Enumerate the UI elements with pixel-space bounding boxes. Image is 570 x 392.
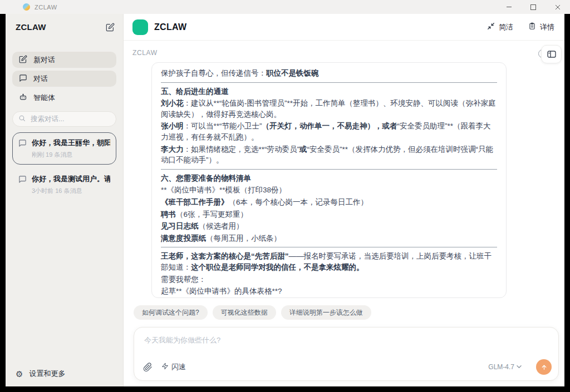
sender-label: ZCLAW xyxy=(132,49,158,57)
compose-icon xyxy=(19,55,27,65)
message-paragraph: 六、您需要准备的物料清单 xyxy=(161,173,497,184)
model-label: GLM-4.7 xyxy=(488,363,514,371)
chat-bubble-icon xyxy=(19,74,27,84)
minimize-button[interactable] xyxy=(497,0,521,14)
conversation-meta: 3小时前 16 条消息 xyxy=(32,187,110,195)
maximize-button[interactable] xyxy=(521,0,546,14)
message-input[interactable] xyxy=(143,334,549,356)
message-paragraph: 满意度投票纸（每周五用，小纸条） xyxy=(161,233,497,244)
conversation-meta: 刚刚 19 条消息 xyxy=(32,151,110,159)
divider xyxy=(161,247,497,247)
new-chat-icon-button[interactable] xyxy=(106,23,115,32)
app-window: ZCLAW 新对话 对话 智能体 xyxy=(6,14,564,386)
chat-area: ZCLAW 保护孩子自尊心，但传递信号：职位不是铁饭碗五、给后进生的通道刘小花：… xyxy=(124,40,564,386)
sidebar-item-label: 新对话 xyxy=(33,55,55,65)
os-titlebar: ZCLAW xyxy=(0,0,570,14)
assistant-message: 保护孩子自尊心，但传递信号：职位不是铁饭碗五、给后进生的通道刘小花：建议从**“… xyxy=(151,62,507,298)
message-body: 保护孩子自尊心，但传递信号：职位不是铁饭碗五、给后进生的通道刘小花：建议从**“… xyxy=(161,68,497,298)
message-paragraph: 起草**《岗位申请书》的具体表格**? xyxy=(161,286,497,297)
settings-label: 设置和更多 xyxy=(29,369,65,379)
message-paragraph: 张小明：可以当**“节能小卫士”（开关灯，动作单一，不易走神），或者“安全委员助… xyxy=(161,121,497,142)
sidebar-item-agents[interactable]: 智能体 xyxy=(12,90,116,106)
clipboard-icon xyxy=(528,22,536,32)
sidebar-item-chats[interactable]: 对话 xyxy=(12,71,116,87)
lightning-icon xyxy=(161,363,169,371)
main-panel: ZCLAW 简洁 详情 ZCLAW xyxy=(124,14,564,386)
attach-file-button[interactable] xyxy=(143,363,153,372)
chevron-down-icon xyxy=(517,363,522,371)
robot-icon xyxy=(19,93,27,103)
message-paragraph: 李大力：如果情绪稳定，竞选**“劳动委员”或“安全委员”**（发挥体力优势，但必… xyxy=(161,144,497,166)
sidebar-item-label: 对话 xyxy=(33,74,48,84)
collapse-icon xyxy=(487,22,495,32)
compact-mode-button[interactable]: 简洁 xyxy=(487,22,513,32)
suggestion-chip[interactable]: 详细说明第一步该怎么做 xyxy=(281,305,371,320)
settings-and-more-button[interactable]: ⚙ 设置和更多 xyxy=(6,361,123,386)
conversation-item[interactable]: 你好，我是王丽华，朝阳区... 刚刚 19 条消息 xyxy=(12,132,116,165)
suggestion-chip[interactable]: 如何调试这个问题? xyxy=(134,305,208,320)
suggestion-chip[interactable]: 可视化这些数据 xyxy=(213,305,276,320)
divider xyxy=(161,82,497,83)
sidebar-item-label: 智能体 xyxy=(33,93,55,103)
message-paragraph: **《岗位申请书》**模板（打印38份） xyxy=(161,185,497,196)
message-paragraph: 需要我帮您： xyxy=(161,274,497,285)
app-logo-icon xyxy=(23,3,30,11)
message-paragraph: 《班干部工作手册》（6本，每个核心岗一本，记录每日工作） xyxy=(161,197,497,208)
search-icon xyxy=(18,114,26,124)
gear-icon: ⚙ xyxy=(16,370,23,378)
model-selector[interactable]: GLM-4.7 xyxy=(488,363,522,371)
assistant-avatar xyxy=(132,19,148,35)
chat-bubble-icon xyxy=(18,175,27,195)
message-paragraph: 王老师，这套方案的核心是“先苦后甜”——报名时要写承诺，当选后要培训，上岗后要考… xyxy=(161,251,497,272)
quick-mode-button[interactable]: 闪速 xyxy=(161,362,186,372)
message-paragraph: 刘小花：建议从**“轮值岗-图书管理员”**开始，工作简单（整理书）、环境安静、… xyxy=(161,98,497,120)
sidebar-item-new-chat[interactable]: 新对话 xyxy=(12,52,116,68)
sidebar-title: ZCLAW xyxy=(16,22,46,32)
side-panel-toggle-button[interactable] xyxy=(541,45,562,63)
conversation-title: 你好，我是王丽华，朝阳区... xyxy=(32,138,110,148)
divider xyxy=(161,169,497,170)
window-title: ZCLAW xyxy=(35,4,57,11)
close-button[interactable] xyxy=(546,0,570,14)
message-paragraph: 见习日志纸（候选者用） xyxy=(161,221,497,232)
send-button[interactable] xyxy=(536,359,552,375)
search-box[interactable] xyxy=(12,111,116,127)
quick-mode-label: 闪速 xyxy=(171,362,186,372)
chat-bubble-icon xyxy=(18,139,27,159)
action-label: 简洁 xyxy=(499,22,513,32)
message-paragraph: 保护孩子自尊心，但传递信号：职位不是铁饭碗 xyxy=(161,68,497,79)
main-header: ZCLAW 简洁 详情 xyxy=(124,14,564,41)
details-mode-button[interactable]: 详情 xyxy=(528,22,554,32)
action-label: 详情 xyxy=(540,22,554,32)
suggestion-chips: 如何调试这个问题? 可视化这些数据 详细说明第一步该怎么做 xyxy=(134,305,371,320)
conversation-title: 你好，我是测试用户。请确... xyxy=(32,174,110,184)
message-paragraph: 聘书（6张，手写更郑重） xyxy=(161,209,497,220)
brand-title: ZCLAW xyxy=(154,22,186,32)
search-input[interactable] xyxy=(30,115,110,123)
sidebar: ZCLAW 新对话 对话 智能体 xyxy=(6,14,124,386)
message-paragraph: 五、给后进生的通道 xyxy=(161,86,497,97)
conversation-item[interactable]: 你好，我是测试用户。请确... 3小时前 16 条消息 xyxy=(12,168,116,201)
composer: 闪速 GLM-4.7 xyxy=(134,327,559,381)
